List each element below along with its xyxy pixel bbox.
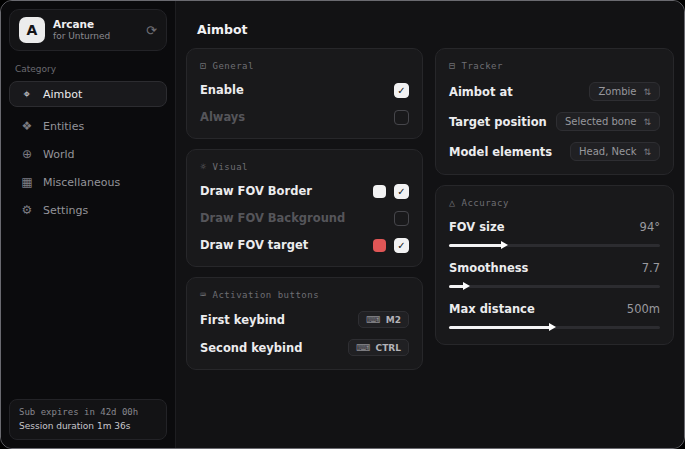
setting-row-fov-size: FOV size 94° [449,220,660,249]
section-title: Activation buttons [213,290,320,300]
accuracy-section-header: △ Accuracy [449,197,660,208]
setting-label: Target position [449,115,547,129]
keyboard-icon: ⌨ [200,289,207,300]
setting-row-max-distance: Max distance 500m [449,302,660,331]
accuracy-card: △ Accuracy FOV size 94° [435,185,674,345]
sidebar: A Arcane for Unturned ⟳ Category ⌖ Aimbo… [1,1,176,448]
session-duration-text: Session duration 1m 36s [19,420,157,434]
general-section-header: ⊡ General [200,60,409,71]
sidebar-item-label: Aimbot [43,88,82,101]
slider-thumb[interactable] [549,323,556,331]
setting-row-always: Always ✓ [200,109,409,125]
main-panel: Aimbot ⊡ General Enable ✓ [176,1,685,448]
smoothness-slider[interactable] [449,282,660,290]
tracker-section-header: ⊟ Tracker [449,60,660,71]
slider-thumb[interactable] [501,241,508,249]
brand-card: A Arcane for Unturned ⟳ [9,9,167,51]
subscription-info-card: Sub expires in 42d 00h Session duration … [9,399,167,440]
setting-row-aimbot-at: Aimbot at Zombie ⇅ [449,82,660,101]
enable-checkbox[interactable]: ✓ [394,83,409,98]
chevrons-up-down-icon: ⇅ [643,117,651,127]
setting-row-target-position: Target position Selected bone ⇅ [449,112,660,131]
visual-card: ☼ Visual Draw FOV Border ✓ Draw FOV Back… [186,149,423,267]
always-checkbox[interactable]: ✓ [394,110,409,125]
sub-expiry-text: Sub expires in 42d 00h [19,406,157,420]
section-title: General [213,61,254,71]
sidebar-item-label: World [43,148,75,161]
setting-label: Always [200,110,245,124]
setting-label: First keybind [200,313,285,327]
slider-track [449,285,660,288]
fov-size-slider[interactable] [449,241,660,249]
fov-target-checkbox[interactable]: ✓ [394,238,409,253]
fov-size-value: 94° [640,220,660,234]
activation-buttons-card: ⌨ Activation buttons First keybind ⌨ M2 [186,277,423,370]
grid-icon: ▦ [20,175,34,189]
tracker-card: ⊟ Tracker Aimbot at Zombie ⇅ Tar [435,48,674,175]
section-title: Visual [213,162,249,172]
content-columns: ⊡ General Enable ✓ Always ✓ [176,37,685,370]
aimbot-at-dropdown[interactable]: Zombie ⇅ [589,82,660,101]
setting-row-fov-border: Draw FOV Border ✓ [200,183,409,199]
activation-section-header: ⌨ Activation buttons [200,289,409,300]
sidebar-item-settings[interactable]: ⚙ Settings [9,197,167,223]
sidebar-item-entities[interactable]: ❖ Entities [9,113,167,139]
sidebar-item-label: Miscellaneous [43,176,120,189]
fov-border-checkbox[interactable]: ✓ [394,184,409,199]
fov-background-checkbox[interactable]: ✓ [394,211,409,226]
max-distance-value: 500m [627,302,660,316]
setting-row-fov-background: Draw FOV Background ✓ [200,210,409,226]
setting-label: Max distance [449,302,535,316]
sidebar-item-world[interactable]: ⊕ World [9,141,167,167]
setting-row-fov-target: Draw FOV target ✓ [200,237,409,253]
page-title: Aimbot [176,1,685,37]
target-position-dropdown[interactable]: Selected bone ⇅ [556,112,660,131]
keyboard-icon: ⌨ [366,314,380,325]
sidebar-nav: ⌖ Aimbot ❖ Entities ⊕ World ▦ Miscellane… [9,81,167,225]
fov-target-color-swatch[interactable] [373,239,386,252]
setting-label: Smoothness [449,261,528,275]
keybind-value: M2 [386,315,401,325]
sun-icon: ☼ [200,161,207,172]
sliders-icon: ⊡ [200,60,207,71]
app-name: Arcane [53,18,110,31]
setting-label: Second keybind [200,341,302,355]
setting-row-first-keybind: First keybind ⌨ M2 [200,311,409,328]
scan-icon: ⊟ [449,60,456,71]
refresh-icon[interactable]: ⟳ [146,23,157,38]
setting-label: Aimbot at [449,85,513,99]
crosshair-icon: ⌖ [20,87,34,101]
app-window: A Arcane for Unturned ⟳ Category ⌖ Aimbo… [0,0,685,449]
first-keybind-button[interactable]: ⌨ M2 [358,311,409,328]
chevrons-up-down-icon: ⇅ [643,87,651,97]
slider-fill [449,244,504,247]
left-column: ⊡ General Enable ✓ Always ✓ [186,48,423,370]
dropdown-value: Selected bone [565,116,636,127]
setting-row-model-elements: Model elements Head, Neck ⇅ [449,142,660,161]
right-column: ⊟ Tracker Aimbot at Zombie ⇅ Tar [435,48,674,345]
max-distance-slider[interactable] [449,323,660,331]
keybind-value: CTRL [376,343,401,353]
triangle-icon: △ [449,197,456,208]
fov-border-color-swatch[interactable] [373,185,386,198]
slider-thumb[interactable] [463,282,470,290]
setting-row-smoothness: Smoothness 7.7 [449,261,660,290]
setting-label: Draw FOV Border [200,184,312,198]
category-label: Category [15,64,161,74]
model-elements-dropdown[interactable]: Head, Neck ⇅ [570,142,660,161]
setting-row-enable: Enable ✓ [200,82,409,98]
brand-text: Arcane for Unturned [53,18,110,42]
setting-row-second-keybind: Second keybind ⌨ CTRL [200,339,409,356]
sidebar-item-miscellaneous[interactable]: ▦ Miscellaneous [9,169,167,195]
sidebar-item-aimbot[interactable]: ⌖ Aimbot [9,81,167,107]
setting-label: Draw FOV target [200,238,308,252]
second-keybind-button[interactable]: ⌨ CTRL [348,339,409,356]
setting-label: Model elements [449,145,552,159]
setting-label: Draw FOV Background [200,211,345,225]
sidebar-item-label: Entities [43,120,84,133]
chevrons-up-down-icon: ⇅ [643,147,651,157]
app-subtitle: for Unturned [53,31,110,42]
setting-label: Enable [200,83,244,97]
dropdown-value: Head, Neck [579,146,636,157]
sidebar-item-label: Settings [43,204,88,217]
